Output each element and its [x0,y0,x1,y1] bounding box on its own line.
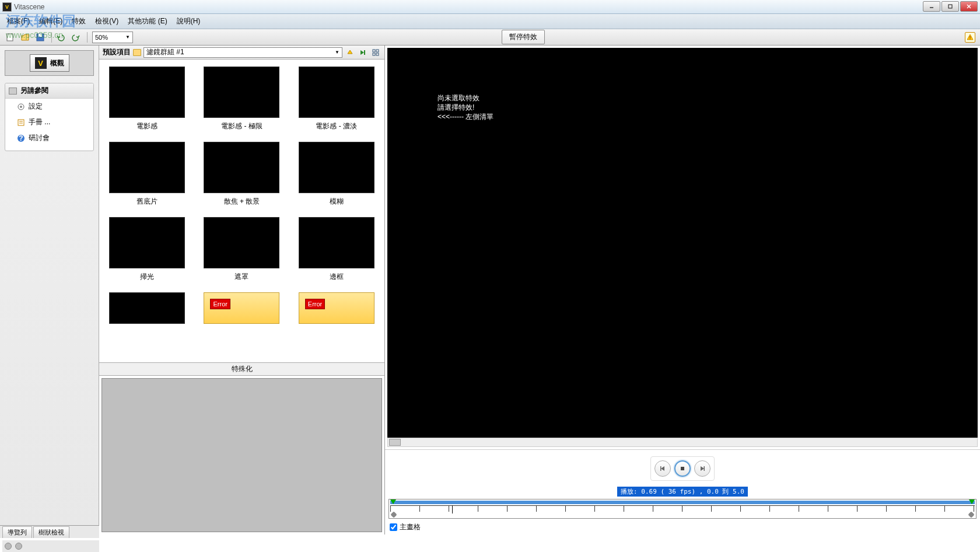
close-button[interactable] [960,1,978,12]
preset-item[interactable]: Error [293,292,380,324]
timeline[interactable] [388,499,977,519]
preset-item[interactable]: 電影感 - 濃淡 [293,67,380,131]
preset-thumb [109,292,185,324]
error-badge: Error [305,299,325,309]
redo-button[interactable] [69,31,82,44]
svg-rect-20 [376,53,379,55]
preset-item[interactable]: 掃光 [104,217,190,282]
tab-navbar[interactable]: 導覽列 [2,526,32,538]
minimize-button[interactable] [923,1,940,12]
help-icon: ? [17,134,25,142]
save-button[interactable] [34,31,47,44]
preset-name: 掃光 [140,272,154,282]
preview-container: 尚未選取特效 請選擇特效! <<<------ 左側清單 [385,46,980,449]
overview-label: 概觀 [50,58,64,68]
menu-view[interactable]: 檢視(V) [90,15,123,28]
preset-group-combo[interactable]: 濾鏡群組 #1 ▼ [144,47,342,58]
preset-grid[interactable]: 電影感電影感 - 極限電影感 - 濃淡舊底片散焦 + 散景模糊掃光遮罩邊框Err… [99,60,384,363]
menu-help[interactable]: 說明(H) [172,15,205,28]
svg-rect-17 [373,50,375,52]
keyframe-row: 主畫格 [385,520,980,534]
svg-rect-11 [18,120,24,125]
preset-item[interactable]: Error [198,292,285,324]
maximize-button[interactable] [942,1,959,12]
preset-item[interactable]: 電影感 [104,67,190,131]
preset-thumb [204,67,279,118]
preset-thumb [299,67,374,118]
preset-thumb [299,142,374,193]
new-button[interactable] [4,31,16,44]
menubar: 檔案(F) 編輯(E) 特效 檢視(V) 其他功能 (E) 說明(H) [0,14,980,29]
svg-rect-16 [364,50,365,55]
preset-name: 模糊 [330,197,344,207]
menu-other[interactable]: 其他功能 (E) [123,15,172,28]
preset-thumb-error: Error [204,292,279,324]
scrollbar-thumb[interactable] [389,439,401,446]
preset-item[interactable]: 電影感 - 極限 [198,67,285,131]
svg-rect-4 [7,34,13,41]
right-column: 尚未選取特效 請選擇特效! <<<------ 左側清單 播放: 0.69 ( … [385,46,980,534]
svg-rect-1 [949,5,952,8]
svg-rect-22 [681,467,684,470]
stop-button[interactable] [674,460,691,477]
see-also-panel: 另請參閱 設定 手冊 ... ? 研討會 [5,83,94,151]
see-also-header: 另請參閱 [5,83,93,99]
preview-horizontal-scrollbar[interactable] [387,438,978,447]
forward-button[interactable] [358,47,368,58]
preset-thumb [109,142,185,193]
menu-edit[interactable]: 編輯(E) [34,15,67,28]
preset-item[interactable]: 遮罩 [198,217,285,282]
preset-item[interactable]: 舊底片 [104,142,190,207]
svg-rect-23 [704,466,705,471]
preset-item[interactable] [104,292,190,324]
timeline-end-marker[interactable] [969,499,975,504]
preset-name: 舊底片 [136,197,158,207]
menu-file[interactable]: 檔案(F) [2,15,34,28]
zoom-value: 50% [95,34,108,41]
playback-controls [385,449,980,487]
preset-item[interactable]: 散焦 + 散景 [198,142,285,207]
step-forward-button[interactable] [694,460,710,477]
pause-effect-button[interactable]: 暫停特效 [502,30,545,44]
open-button[interactable] [19,31,32,44]
preset-name: 散焦 + 散景 [224,197,260,207]
svg-point-8 [970,38,970,39]
keyframe-checkbox[interactable] [390,523,397,531]
up-button[interactable] [345,47,355,58]
center-column: 預設項目 濾鏡群組 #1 ▼ 電影感電影感 - 極限電影感 - 濃淡舊底片散焦 … [99,46,385,534]
sidebar-item-settings[interactable]: 設定 [5,99,93,114]
sidebar-item-manual[interactable]: 手冊 ... [5,114,93,130]
preset-item[interactable]: 模糊 [293,142,380,207]
overview-button[interactable]: V 概觀 [30,54,69,72]
preview-message: 尚未選取特效 請選擇特效! <<<------ 左側清單 [438,93,494,121]
preset-thumb [299,217,374,268]
timeline-keyframe-start[interactable] [390,511,397,518]
toolbar: 50% ▼ 暫停特效 [0,29,980,46]
timeline-ruler [390,505,975,511]
svg-rect-21 [660,466,662,471]
undo-button[interactable] [54,31,67,44]
timeline-start-marker[interactable] [390,499,396,504]
sidebar-item-workshop[interactable]: ? 研討會 [5,130,93,146]
timeline-keyframe-end[interactable] [968,511,974,518]
status-dot [15,543,22,550]
preset-name: 電影感 - 濃淡 [316,121,357,131]
left-sidebar: V 概觀 另請參閱 設定 手冊 ... ? 研討會 [0,46,99,534]
grid-view-button[interactable] [370,47,381,58]
tab-treeview[interactable]: 樹狀檢視 [33,526,69,538]
toolbar-separator [87,32,88,43]
preset-thumb [204,217,279,268]
svg-rect-19 [373,53,375,55]
step-back-button[interactable] [654,460,671,477]
timeline-track [390,501,975,504]
keyframe-label: 主畫格 [400,522,421,532]
error-badge: Error [210,299,230,309]
selection-label: 特殊化 [99,363,384,376]
preset-toolbar: 預設項目 濾鏡群組 #1 ▼ [99,46,384,60]
warning-icon[interactable] [965,32,975,43]
menu-effect[interactable]: 特效 [67,15,90,28]
preset-item[interactable]: 邊框 [293,217,380,282]
zoom-combo[interactable]: 50% ▼ [92,32,133,43]
chevron-down-icon: ▼ [335,50,340,55]
gear-icon [17,103,25,111]
